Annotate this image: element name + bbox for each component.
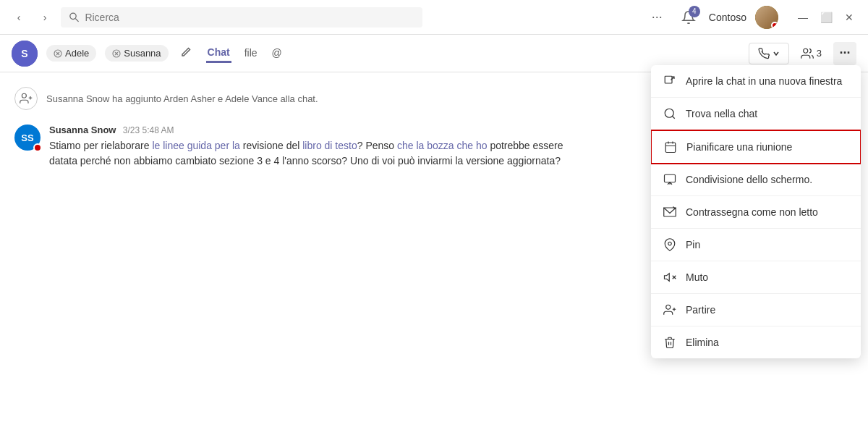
svg-point-25 [668,242,672,245]
title-bar: ‹ › ··· 4 Contoso — ⬜ ✕ [0,0,868,35]
calendar-icon [663,140,678,154]
more-options-button[interactable]: ··· [833,42,856,65]
back-button[interactable]: ‹ [9,7,29,28]
pin-icon [663,237,677,252]
notification-badge: 4 [689,6,700,17]
pencil-icon [180,46,192,58]
tab-at[interactable]: @ [271,44,284,63]
add-person-icon [20,92,33,105]
notification-button[interactable]: 4 [677,6,700,29]
unread-icon [663,205,677,219]
message-timestamp: 3/23 5:48 AM [123,125,174,135]
title-more-button[interactable]: ··· [646,7,668,28]
svg-marker-26 [665,274,670,282]
phone-icon [758,48,770,59]
svg-point-13 [665,109,673,117]
adele-icon [54,49,62,58]
trash-icon [663,335,677,350]
message-sender: Susanna Snow [49,125,116,135]
system-icon [14,87,38,110]
menu-item-pin[interactable]: Pin [651,229,861,261]
svg-point-29 [666,305,671,309]
external-link-icon [663,74,677,88]
menu-item-share-screen[interactable]: Condivisione dello schermo. [651,164,861,196]
menu-item-label-leave: Partire [686,304,715,316]
org-name: Contoso [709,12,746,23]
menu-item-label-find-in-chat: Trova nella chat [686,108,757,119]
chat-header-avatar: S [12,41,38,67]
menu-item-schedule-meeting[interactable]: Pianificare una riunione [651,130,861,164]
participants-button[interactable]: 3 [795,43,827,64]
svg-line-14 [672,116,674,118]
search-icon [69,12,79,22]
title-bar-right: ··· 4 Contoso — ⬜ ✕ [646,6,859,29]
svg-rect-19 [665,174,676,182]
menu-item-find-in-chat[interactable]: Trova nella chat [651,98,861,130]
forward-button[interactable]: › [35,7,55,28]
message-avatar: SS [14,125,41,151]
close-button[interactable]: ✕ [839,7,859,28]
svg-rect-15 [665,143,676,153]
participant-tag-susanna[interactable]: Susanna [105,45,168,62]
call-button[interactable] [749,43,789,64]
search-bar [61,7,422,28]
window-controls: — ⬜ ✕ [793,7,859,28]
search-icon [663,106,677,121]
context-menu: Aprire la chat in una nuova finestra Tro… [651,65,861,358]
tab-file[interactable]: file [243,44,259,63]
minimize-button[interactable]: — [793,7,813,28]
menu-item-label-schedule-meeting: Pianificare una riunione [686,141,792,153]
menu-item-label-pin: Pin [686,239,700,250]
participants-count: 3 [817,48,822,59]
chat-tabs: Chat file @ [206,43,284,63]
message-text: Stiamo per rielaborare le linee guida pe… [49,138,642,169]
user-avatar[interactable] [755,6,778,29]
menu-item-label-share-screen: Condivisione dello schermo. [686,174,812,185]
svg-point-0 [70,13,76,19]
people-icon [801,47,814,60]
susanna-icon [112,49,121,58]
mute-icon [663,270,677,284]
participant-tag-adele[interactable]: Adele [46,45,96,62]
menu-item-label-delete: Elimina [686,337,719,348]
menu-item-mark-unread[interactable]: Contrassegna come non letto [651,196,861,229]
tab-chat[interactable]: Chat [206,43,231,63]
system-message-text: Susanna Snow ha aggiunto Arden Asher e A… [46,93,318,104]
menu-item-leave[interactable]: Partire [651,294,861,326]
menu-item-mute[interactable]: Muto [651,261,861,294]
edit-participants-button[interactable] [177,43,195,64]
menu-item-label-mark-unread: Contrassegna come non letto [686,206,818,218]
maximize-button[interactable]: ⬜ [816,7,836,28]
menu-item-label-open-new-window: Aprire la chat in una nuova finestra [686,75,842,87]
search-input[interactable] [85,12,414,23]
menu-item-delete[interactable]: Elimina [651,326,861,358]
menu-item-label-mute: Muto [686,271,708,283]
screen-share-icon [663,172,677,187]
sender-status-dot [33,143,42,152]
svg-point-9 [22,93,26,98]
leave-icon [663,303,677,317]
participant-adele-name: Adele [65,48,89,59]
participant-susanna-name: Susanna [124,48,161,59]
chevron-down-icon [773,50,780,57]
user-status-dot [771,22,778,29]
menu-item-open-new-window[interactable]: Aprire la chat in una nuova finestra [651,65,861,98]
header-actions: 3 ··· [749,42,856,65]
svg-point-8 [804,49,808,53]
svg-line-1 [75,18,78,21]
